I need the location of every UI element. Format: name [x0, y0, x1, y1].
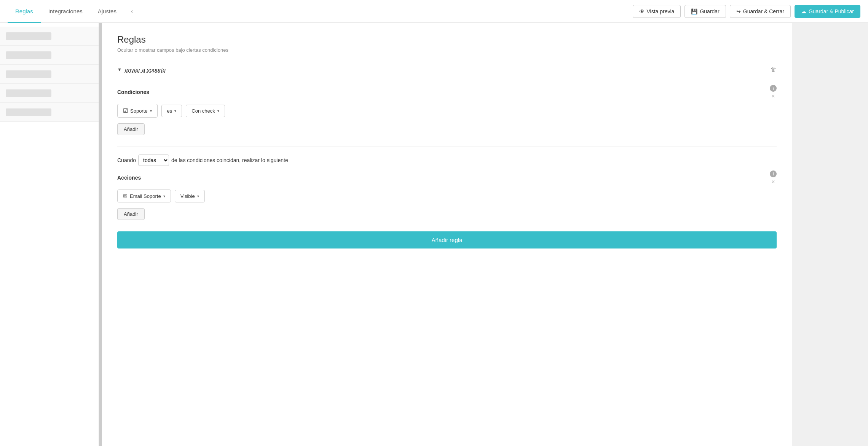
condiciones-info-icon[interactable]: i [770, 85, 777, 92]
rule-block: ▼ enviar a soporte 🗑 Condiciones i × ☑ [117, 62, 777, 220]
acciones-info-icon[interactable]: i [770, 170, 777, 177]
condition-field-dropdown[interactable]: ☑ Soporte ▾ [117, 104, 158, 118]
condition-row: ☑ Soporte ▾ es ▾ Con check ▾ [117, 104, 777, 118]
section-divider [117, 147, 777, 147]
caret-down-icon: ▾ [163, 194, 165, 198]
add-condition-button[interactable]: Añadir [117, 123, 145, 135]
save-icon: 💾 [691, 8, 697, 14]
sidebar-item [0, 103, 99, 122]
page-subtitle: Ocultar o mostrar campos bajo ciertas co… [117, 47, 777, 53]
cloud-upload-icon: ☁ [801, 8, 806, 14]
sidebar-item [0, 84, 99, 103]
caret-down-icon: ▾ [174, 109, 176, 113]
sidebar-item [0, 65, 99, 84]
cuando-select[interactable]: todas alguna [138, 155, 169, 166]
add-regla-button[interactable]: Añadir regla [117, 231, 777, 248]
tab-ajustes[interactable]: Ajustes [90, 0, 124, 23]
checkbox-icon: ☑ [123, 107, 128, 114]
guardar-publicar-button[interactable]: ☁ Guardar & Publicar [795, 5, 860, 18]
main-layout: Reglas Ocultar o mostrar campos bajo cie… [0, 23, 868, 446]
page-title: Reglas [117, 34, 777, 45]
condiciones-title: Condiciones [117, 89, 149, 95]
caret-down-icon: ▾ [150, 109, 152, 113]
acciones-title: Acciones [117, 175, 141, 181]
sidebar-item [0, 46, 99, 65]
resize-divider[interactable] [99, 23, 102, 446]
condition-operator-dropdown[interactable]: es ▾ [161, 105, 182, 117]
vista-previa-button[interactable]: 👁 Vista previa [633, 5, 681, 18]
guardar-cerrar-button[interactable]: ↪ Guardar & Cerrar [730, 5, 791, 18]
condiciones-header: Condiciones i × [117, 85, 777, 99]
caret-down-icon: ▾ [197, 194, 199, 198]
envelope-icon: ✉ [123, 193, 128, 199]
top-nav: Reglas Integraciones Ajustes ‹ 👁 Vista p… [0, 0, 868, 23]
caret-down-icon: ▾ [217, 109, 219, 113]
cuando-suffix-text: de las condiciones coincidan, realizar l… [171, 157, 288, 163]
chevron-down-icon[interactable]: ▼ [117, 67, 122, 72]
nav-actions: 👁 Vista previa 💾 Guardar ↪ Guardar & Cer… [633, 5, 860, 18]
acciones-section: Acciones i × ✉ Email Soporte ▾ Visible ▾ [117, 170, 777, 220]
rule-name[interactable]: enviar a soporte [125, 67, 166, 73]
add-action-button[interactable]: Añadir [117, 208, 145, 220]
sidebar [0, 23, 99, 446]
main-content: Reglas Ocultar o mostrar campos bajo cie… [102, 23, 792, 446]
condiciones-close-icon[interactable]: × [771, 93, 775, 99]
cuando-row: Cuando todas alguna de las condiciones c… [117, 155, 777, 166]
delete-rule-icon[interactable]: 🗑 [771, 66, 777, 73]
condition-value-dropdown[interactable]: Con check ▾ [186, 105, 225, 117]
sidebar-item [0, 27, 99, 46]
acciones-close-icon[interactable]: × [771, 179, 775, 185]
rule-header: ▼ enviar a soporte 🗑 [117, 62, 777, 77]
condiciones-section: Condiciones i × ☑ Soporte ▾ es ▾ [117, 85, 777, 135]
tab-reglas[interactable]: Reglas [8, 0, 41, 23]
cuando-prefix-text: Cuando [117, 157, 136, 163]
action-value-dropdown[interactable]: Visible ▾ [175, 190, 205, 202]
guardar-button[interactable]: 💾 Guardar [685, 5, 726, 18]
action-field-dropdown[interactable]: ✉ Email Soporte ▾ [117, 190, 171, 202]
action-row: ✉ Email Soporte ▾ Visible ▾ [117, 190, 777, 202]
save-close-icon: ↪ [736, 8, 741, 14]
eye-icon: 👁 [639, 8, 645, 14]
right-panel [792, 23, 868, 446]
tab-integraciones[interactable]: Integraciones [41, 0, 90, 23]
nav-tabs: Reglas Integraciones Ajustes ‹ [8, 0, 136, 22]
back-button[interactable]: ‹ [128, 6, 136, 17]
acciones-header: Acciones i × [117, 170, 777, 185]
